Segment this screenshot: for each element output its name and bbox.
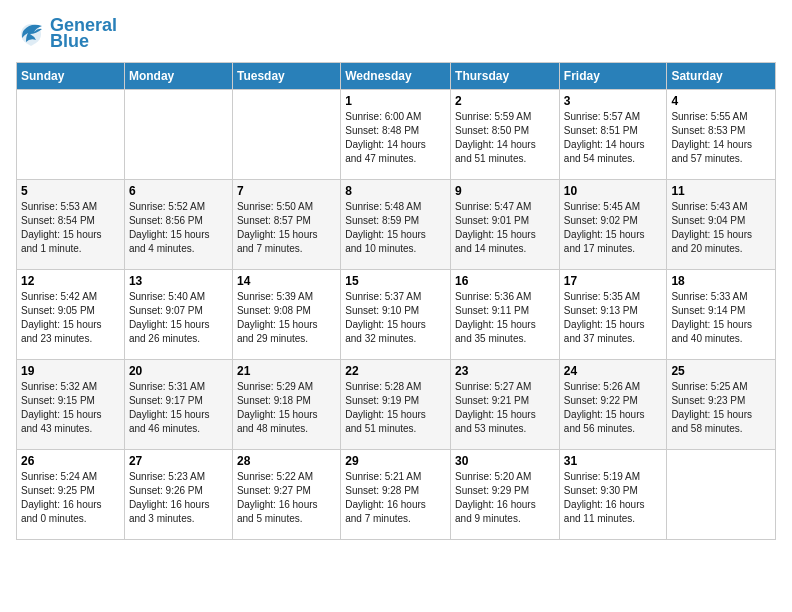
calendar-cell: 13Sunrise: 5:40 AM Sunset: 9:07 PM Dayli… xyxy=(124,269,232,359)
day-number: 29 xyxy=(345,454,446,468)
day-number: 7 xyxy=(237,184,336,198)
day-number: 25 xyxy=(671,364,771,378)
calendar-cell: 12Sunrise: 5:42 AM Sunset: 9:05 PM Dayli… xyxy=(17,269,125,359)
calendar-cell: 27Sunrise: 5:23 AM Sunset: 9:26 PM Dayli… xyxy=(124,449,232,539)
day-info: Sunrise: 5:52 AM Sunset: 8:56 PM Dayligh… xyxy=(129,200,228,256)
day-number: 3 xyxy=(564,94,663,108)
day-number: 22 xyxy=(345,364,446,378)
day-info: Sunrise: 5:45 AM Sunset: 9:02 PM Dayligh… xyxy=(564,200,663,256)
weekday-header-saturday: Saturday xyxy=(667,62,776,89)
day-number: 18 xyxy=(671,274,771,288)
logo: General Blue xyxy=(16,16,117,52)
day-info: Sunrise: 5:48 AM Sunset: 8:59 PM Dayligh… xyxy=(345,200,446,256)
day-number: 1 xyxy=(345,94,446,108)
day-info: Sunrise: 5:28 AM Sunset: 9:19 PM Dayligh… xyxy=(345,380,446,436)
page-header: General Blue xyxy=(16,16,776,52)
weekday-header-monday: Monday xyxy=(124,62,232,89)
calendar-week-5: 26Sunrise: 5:24 AM Sunset: 9:25 PM Dayli… xyxy=(17,449,776,539)
calendar-table: SundayMondayTuesdayWednesdayThursdayFrid… xyxy=(16,62,776,540)
day-number: 27 xyxy=(129,454,228,468)
day-info: Sunrise: 5:57 AM Sunset: 8:51 PM Dayligh… xyxy=(564,110,663,166)
day-info: Sunrise: 5:20 AM Sunset: 9:29 PM Dayligh… xyxy=(455,470,555,526)
weekday-header-sunday: Sunday xyxy=(17,62,125,89)
calendar-cell: 5Sunrise: 5:53 AM Sunset: 8:54 PM Daylig… xyxy=(17,179,125,269)
calendar-cell: 11Sunrise: 5:43 AM Sunset: 9:04 PM Dayli… xyxy=(667,179,776,269)
day-info: Sunrise: 5:47 AM Sunset: 9:01 PM Dayligh… xyxy=(455,200,555,256)
calendar-cell xyxy=(232,89,340,179)
calendar-cell: 6Sunrise: 5:52 AM Sunset: 8:56 PM Daylig… xyxy=(124,179,232,269)
day-info: Sunrise: 5:35 AM Sunset: 9:13 PM Dayligh… xyxy=(564,290,663,346)
calendar-cell: 8Sunrise: 5:48 AM Sunset: 8:59 PM Daylig… xyxy=(341,179,451,269)
day-info: Sunrise: 5:24 AM Sunset: 9:25 PM Dayligh… xyxy=(21,470,120,526)
day-info: Sunrise: 5:31 AM Sunset: 9:17 PM Dayligh… xyxy=(129,380,228,436)
day-number: 19 xyxy=(21,364,120,378)
calendar-cell xyxy=(667,449,776,539)
day-number: 15 xyxy=(345,274,446,288)
calendar-week-2: 5Sunrise: 5:53 AM Sunset: 8:54 PM Daylig… xyxy=(17,179,776,269)
calendar-week-1: 1Sunrise: 6:00 AM Sunset: 8:48 PM Daylig… xyxy=(17,89,776,179)
day-number: 11 xyxy=(671,184,771,198)
weekday-header-thursday: Thursday xyxy=(451,62,560,89)
day-info: Sunrise: 5:25 AM Sunset: 9:23 PM Dayligh… xyxy=(671,380,771,436)
weekday-header-tuesday: Tuesday xyxy=(232,62,340,89)
weekday-header-wednesday: Wednesday xyxy=(341,62,451,89)
day-number: 6 xyxy=(129,184,228,198)
calendar-cell: 9Sunrise: 5:47 AM Sunset: 9:01 PM Daylig… xyxy=(451,179,560,269)
day-info: Sunrise: 5:29 AM Sunset: 9:18 PM Dayligh… xyxy=(237,380,336,436)
weekday-header-row: SundayMondayTuesdayWednesdayThursdayFrid… xyxy=(17,62,776,89)
weekday-header-friday: Friday xyxy=(559,62,667,89)
logo-subtext: Blue xyxy=(50,32,117,52)
day-info: Sunrise: 5:43 AM Sunset: 9:04 PM Dayligh… xyxy=(671,200,771,256)
day-number: 4 xyxy=(671,94,771,108)
day-info: Sunrise: 6:00 AM Sunset: 8:48 PM Dayligh… xyxy=(345,110,446,166)
calendar-week-4: 19Sunrise: 5:32 AM Sunset: 9:15 PM Dayli… xyxy=(17,359,776,449)
day-info: Sunrise: 5:55 AM Sunset: 8:53 PM Dayligh… xyxy=(671,110,771,166)
calendar-cell: 3Sunrise: 5:57 AM Sunset: 8:51 PM Daylig… xyxy=(559,89,667,179)
day-info: Sunrise: 5:50 AM Sunset: 8:57 PM Dayligh… xyxy=(237,200,336,256)
day-info: Sunrise: 5:27 AM Sunset: 9:21 PM Dayligh… xyxy=(455,380,555,436)
day-number: 5 xyxy=(21,184,120,198)
day-info: Sunrise: 5:39 AM Sunset: 9:08 PM Dayligh… xyxy=(237,290,336,346)
calendar-cell: 10Sunrise: 5:45 AM Sunset: 9:02 PM Dayli… xyxy=(559,179,667,269)
day-info: Sunrise: 5:26 AM Sunset: 9:22 PM Dayligh… xyxy=(564,380,663,436)
day-number: 24 xyxy=(564,364,663,378)
day-info: Sunrise: 5:37 AM Sunset: 9:10 PM Dayligh… xyxy=(345,290,446,346)
calendar-cell: 23Sunrise: 5:27 AM Sunset: 9:21 PM Dayli… xyxy=(451,359,560,449)
day-number: 10 xyxy=(564,184,663,198)
calendar-cell: 18Sunrise: 5:33 AM Sunset: 9:14 PM Dayli… xyxy=(667,269,776,359)
calendar-cell: 1Sunrise: 6:00 AM Sunset: 8:48 PM Daylig… xyxy=(341,89,451,179)
calendar-cell: 19Sunrise: 5:32 AM Sunset: 9:15 PM Dayli… xyxy=(17,359,125,449)
day-number: 21 xyxy=(237,364,336,378)
day-info: Sunrise: 5:59 AM Sunset: 8:50 PM Dayligh… xyxy=(455,110,555,166)
calendar-cell: 4Sunrise: 5:55 AM Sunset: 8:53 PM Daylig… xyxy=(667,89,776,179)
calendar-cell: 31Sunrise: 5:19 AM Sunset: 9:30 PM Dayli… xyxy=(559,449,667,539)
calendar-cell xyxy=(17,89,125,179)
day-number: 17 xyxy=(564,274,663,288)
day-number: 28 xyxy=(237,454,336,468)
day-info: Sunrise: 5:40 AM Sunset: 9:07 PM Dayligh… xyxy=(129,290,228,346)
calendar-cell: 21Sunrise: 5:29 AM Sunset: 9:18 PM Dayli… xyxy=(232,359,340,449)
day-info: Sunrise: 5:33 AM Sunset: 9:14 PM Dayligh… xyxy=(671,290,771,346)
calendar-cell: 26Sunrise: 5:24 AM Sunset: 9:25 PM Dayli… xyxy=(17,449,125,539)
calendar-cell: 24Sunrise: 5:26 AM Sunset: 9:22 PM Dayli… xyxy=(559,359,667,449)
day-number: 8 xyxy=(345,184,446,198)
day-number: 30 xyxy=(455,454,555,468)
day-info: Sunrise: 5:22 AM Sunset: 9:27 PM Dayligh… xyxy=(237,470,336,526)
day-number: 16 xyxy=(455,274,555,288)
day-number: 2 xyxy=(455,94,555,108)
logo-icon xyxy=(16,20,46,48)
day-info: Sunrise: 5:19 AM Sunset: 9:30 PM Dayligh… xyxy=(564,470,663,526)
day-number: 13 xyxy=(129,274,228,288)
day-info: Sunrise: 5:36 AM Sunset: 9:11 PM Dayligh… xyxy=(455,290,555,346)
day-number: 23 xyxy=(455,364,555,378)
calendar-cell: 2Sunrise: 5:59 AM Sunset: 8:50 PM Daylig… xyxy=(451,89,560,179)
calendar-cell: 20Sunrise: 5:31 AM Sunset: 9:17 PM Dayli… xyxy=(124,359,232,449)
day-number: 14 xyxy=(237,274,336,288)
day-number: 26 xyxy=(21,454,120,468)
day-number: 9 xyxy=(455,184,555,198)
calendar-cell: 22Sunrise: 5:28 AM Sunset: 9:19 PM Dayli… xyxy=(341,359,451,449)
calendar-cell: 29Sunrise: 5:21 AM Sunset: 9:28 PM Dayli… xyxy=(341,449,451,539)
calendar-cell: 25Sunrise: 5:25 AM Sunset: 9:23 PM Dayli… xyxy=(667,359,776,449)
calendar-cell: 7Sunrise: 5:50 AM Sunset: 8:57 PM Daylig… xyxy=(232,179,340,269)
calendar-cell: 28Sunrise: 5:22 AM Sunset: 9:27 PM Dayli… xyxy=(232,449,340,539)
